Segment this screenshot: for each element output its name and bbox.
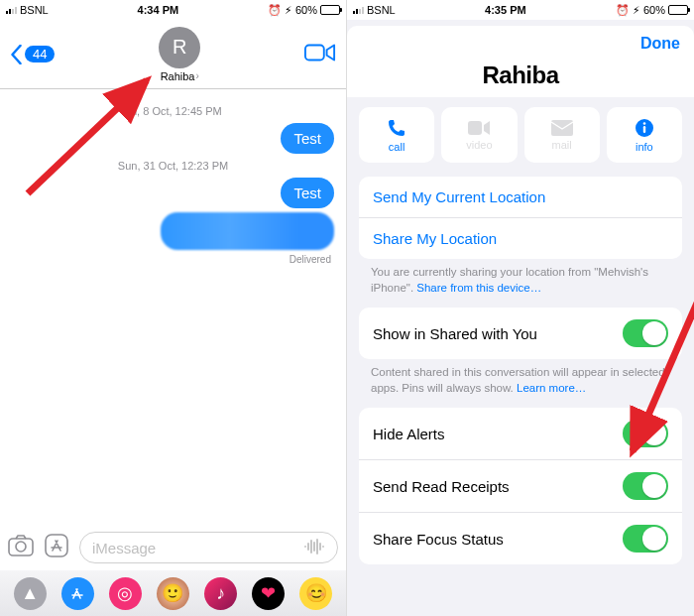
clock: 4:34 PM xyxy=(138,4,179,16)
sent-message-bubble[interactable]: Test xyxy=(281,123,334,154)
battery-icon xyxy=(320,5,340,15)
mail-icon xyxy=(551,120,573,136)
share-from-device-link[interactable]: Share from this device… xyxy=(416,282,541,294)
location-footer: You are currently sharing your location … xyxy=(347,259,694,298)
signal-icon xyxy=(6,7,17,14)
battery-percent: 60% xyxy=(643,4,665,16)
chevron-left-icon xyxy=(10,45,23,64)
facetime-button[interactable] xyxy=(304,42,336,67)
contact-header-button[interactable]: R Rahiba› xyxy=(159,27,200,82)
tray-store-icon[interactable]: ▲ xyxy=(14,577,47,610)
svg-point-2 xyxy=(16,542,26,552)
camera-icon[interactable] xyxy=(8,535,34,560)
done-button[interactable]: Done xyxy=(640,35,680,53)
avatar: R xyxy=(159,27,200,68)
send-current-location-row[interactable]: Send My Current Location xyxy=(359,177,682,218)
alarm-icon: ⏰ xyxy=(616,4,630,17)
shared-with-you-group: Show in Shared with You xyxy=(359,308,682,359)
sent-message-bubble[interactable]: Test xyxy=(281,178,334,208)
location-group: Send My Current Location Share My Locati… xyxy=(359,177,682,259)
svg-rect-3 xyxy=(46,535,67,556)
clock: 4:35 PM xyxy=(485,4,526,16)
conversation-header: 44 R Rahiba› xyxy=(0,20,346,89)
shared-with-you-toggle[interactable] xyxy=(623,319,668,347)
svg-rect-5 xyxy=(468,121,482,135)
delivered-label: Delivered xyxy=(12,254,334,265)
info-label: info xyxy=(636,141,653,153)
learn-more-link[interactable]: Learn more… xyxy=(517,382,586,394)
carrier-label: BSNL xyxy=(20,4,49,16)
tray-digitaltouch-icon[interactable]: ❤ xyxy=(252,577,285,610)
tray-emoji-icon[interactable]: 😊 xyxy=(299,577,332,610)
show-in-shared-with-you-row[interactable]: Show in Shared with You xyxy=(359,308,682,359)
tray-search-icon[interactable]: ◎ xyxy=(109,577,142,610)
info-button[interactable]: info xyxy=(607,107,682,163)
focus-status-toggle[interactable] xyxy=(623,525,668,553)
tray-music-icon[interactable]: ♪ xyxy=(204,577,237,610)
sheet-header: Done xyxy=(347,26,694,62)
shared-with-you-footer: Content shared in this conversation will… xyxy=(347,359,694,398)
timestamp: Sun, 31 Oct, 12:23 PM xyxy=(12,160,334,172)
sheet-title: Rahiba xyxy=(347,62,694,89)
call-button[interactable]: call xyxy=(359,107,434,163)
info-icon xyxy=(635,118,654,138)
send-read-receipts-row[interactable]: Send Read Receipts xyxy=(359,460,682,513)
tray-appstore-icon[interactable] xyxy=(61,577,94,610)
alarm-icon: ⏰ xyxy=(268,4,282,17)
svg-rect-0 xyxy=(305,45,324,60)
video-button: video xyxy=(441,107,517,163)
carrier-label: BSNL xyxy=(367,4,396,16)
share-my-location-row[interactable]: Share My Location xyxy=(359,218,682,259)
alerts-group: Hide Alerts Send Read Receipts Share Foc… xyxy=(359,408,682,564)
message-input[interactable]: iMessage xyxy=(79,532,338,563)
hide-alerts-row[interactable]: Hide Alerts xyxy=(359,408,682,460)
battery-percent: 60% xyxy=(295,4,317,16)
charging-icon: ⚡︎ xyxy=(285,4,292,17)
voice-record-icon[interactable] xyxy=(303,538,325,558)
status-bar: BSNL 4:34 PM ⏰ ⚡︎ 60% xyxy=(0,0,346,20)
video-icon xyxy=(468,120,490,136)
unread-badge: 44 xyxy=(25,46,55,62)
contact-name-label: Rahiba xyxy=(161,70,195,82)
sheet-title-area: Rahiba xyxy=(347,62,694,97)
charging-icon: ⚡︎ xyxy=(633,4,640,17)
sent-message-bubble-redacted[interactable] xyxy=(161,212,334,250)
phone-icon xyxy=(387,118,406,138)
svg-rect-9 xyxy=(643,126,645,133)
contact-details-sheet: BSNL 4:35 PM ⏰ ⚡︎ 60% Done Rahiba call v… xyxy=(347,0,694,616)
svg-point-8 xyxy=(643,122,646,125)
app-store-icon[interactable] xyxy=(44,533,69,562)
video-label: video xyxy=(466,139,492,151)
message-thread: Fri, 8 Oct, 12:45 PM Test Sun, 31 Oct, 1… xyxy=(0,89,346,275)
chevron-right-icon: › xyxy=(195,70,198,81)
share-focus-status-row[interactable]: Share Focus Status xyxy=(359,513,682,564)
call-label: call xyxy=(389,141,405,153)
message-placeholder: iMessage xyxy=(92,540,156,556)
hide-alerts-toggle[interactable] xyxy=(623,420,668,447)
video-icon xyxy=(304,42,336,63)
app-drawer[interactable]: ▲ ◎ 🙂 ♪ ❤ 😊 xyxy=(0,570,346,616)
read-receipts-toggle[interactable] xyxy=(623,472,668,500)
message-input-bar: iMessage xyxy=(0,527,346,568)
tray-memoji-icon[interactable]: 🙂 xyxy=(157,577,189,610)
timestamp: Fri, 8 Oct, 12:45 PM xyxy=(12,105,334,117)
mail-button: mail xyxy=(524,107,600,163)
contact-actions-row: call video mail info xyxy=(347,97,694,167)
messages-conversation-screen: BSNL 4:34 PM ⏰ ⚡︎ 60% 44 R Rahiba› xyxy=(0,0,347,616)
mail-label: mail xyxy=(552,139,572,151)
signal-icon xyxy=(353,7,364,14)
battery-icon xyxy=(668,5,688,15)
svg-rect-6 xyxy=(551,120,573,136)
back-button[interactable]: 44 xyxy=(10,45,55,64)
status-bar: BSNL 4:35 PM ⏰ ⚡︎ 60% xyxy=(347,0,694,20)
